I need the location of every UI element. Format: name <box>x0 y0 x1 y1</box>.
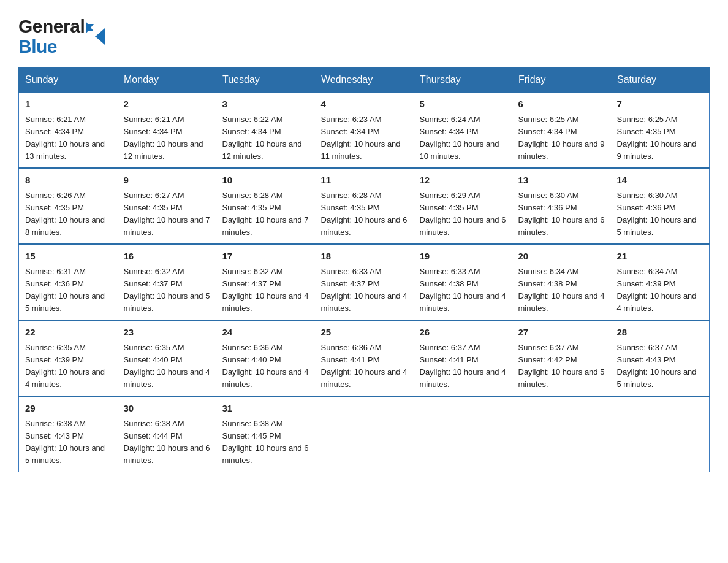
day-number: 27 <box>518 326 605 340</box>
calendar-cell: 20Sunrise: 6:34 AMSunset: 4:38 PMDayligh… <box>512 244 611 320</box>
calendar-cell: 4Sunrise: 6:23 AMSunset: 4:34 PMDaylight… <box>315 92 414 168</box>
calendar-cell: 25Sunrise: 6:36 AMSunset: 4:41 PMDayligh… <box>315 320 414 396</box>
header-friday: Friday <box>512 68 611 93</box>
calendar-cell: 27Sunrise: 6:37 AMSunset: 4:42 PMDayligh… <box>512 320 611 396</box>
day-number: 15 <box>25 250 112 264</box>
header-tuesday: Tuesday <box>216 68 315 93</box>
calendar-cell: 16Sunrise: 6:32 AMSunset: 4:37 PMDayligh… <box>118 244 216 320</box>
calendar-cell: 15Sunrise: 6:31 AMSunset: 4:36 PMDayligh… <box>19 244 118 320</box>
calendar-header-row: SundayMondayTuesdayWednesdayThursdayFrid… <box>19 68 710 93</box>
day-number: 1 <box>25 98 112 112</box>
calendar-cell <box>611 396 710 472</box>
logo: General Blue <box>18 12 105 56</box>
header-saturday: Saturday <box>611 68 710 93</box>
day-info: Sunrise: 6:38 AMSunset: 4:43 PMDaylight:… <box>25 418 112 467</box>
calendar-cell: 23Sunrise: 6:35 AMSunset: 4:40 PMDayligh… <box>118 320 216 396</box>
day-info: Sunrise: 6:26 AMSunset: 4:35 PMDaylight:… <box>25 190 112 239</box>
day-info: Sunrise: 6:34 AMSunset: 4:38 PMDaylight:… <box>518 266 605 315</box>
day-info: Sunrise: 6:28 AMSunset: 4:35 PMDaylight:… <box>222 190 309 239</box>
calendar-cell: 5Sunrise: 6:24 AMSunset: 4:34 PMDaylight… <box>414 92 512 168</box>
day-number: 20 <box>518 250 605 264</box>
day-info: Sunrise: 6:37 AMSunset: 4:41 PMDaylight:… <box>420 342 506 391</box>
calendar-cell: 13Sunrise: 6:30 AMSunset: 4:36 PMDayligh… <box>512 168 611 244</box>
calendar-cell: 8Sunrise: 6:26 AMSunset: 4:35 PMDaylight… <box>19 168 118 244</box>
calendar-cell: 24Sunrise: 6:36 AMSunset: 4:40 PMDayligh… <box>216 320 315 396</box>
day-info: Sunrise: 6:21 AMSunset: 4:34 PMDaylight:… <box>25 113 112 163</box>
day-info: Sunrise: 6:38 AMSunset: 4:45 PMDaylight:… <box>222 418 309 467</box>
day-number: 21 <box>617 250 703 264</box>
day-number: 31 <box>222 402 309 416</box>
day-info: Sunrise: 6:25 AMSunset: 4:35 PMDaylight:… <box>617 113 703 163</box>
day-number: 12 <box>420 174 506 188</box>
day-number: 29 <box>25 402 112 416</box>
day-number: 13 <box>518 174 605 188</box>
day-info: Sunrise: 6:22 AMSunset: 4:34 PMDaylight:… <box>222 113 309 163</box>
day-number: 8 <box>25 174 112 188</box>
day-info: Sunrise: 6:36 AMSunset: 4:41 PMDaylight:… <box>321 342 408 391</box>
day-number: 3 <box>222 98 309 112</box>
day-number: 7 <box>617 98 703 112</box>
day-number: 25 <box>321 326 408 340</box>
day-number: 24 <box>222 326 309 340</box>
day-info: Sunrise: 6:33 AMSunset: 4:37 PMDaylight:… <box>321 266 408 315</box>
day-info: Sunrise: 6:23 AMSunset: 4:34 PMDaylight:… <box>321 113 408 163</box>
day-info: Sunrise: 6:35 AMSunset: 4:39 PMDaylight:… <box>25 342 112 391</box>
calendar-cell: 7Sunrise: 6:25 AMSunset: 4:35 PMDaylight… <box>611 92 710 168</box>
day-info: Sunrise: 6:29 AMSunset: 4:35 PMDaylight:… <box>420 190 506 239</box>
day-number: 18 <box>321 250 408 264</box>
calendar-cell: 1Sunrise: 6:21 AMSunset: 4:34 PMDaylight… <box>19 92 118 168</box>
day-info: Sunrise: 6:38 AMSunset: 4:44 PMDaylight:… <box>124 418 210 467</box>
day-info: Sunrise: 6:31 AMSunset: 4:36 PMDaylight:… <box>25 266 112 315</box>
calendar-cell: 22Sunrise: 6:35 AMSunset: 4:39 PMDayligh… <box>19 320 118 396</box>
day-info: Sunrise: 6:32 AMSunset: 4:37 PMDaylight:… <box>124 266 210 315</box>
day-info: Sunrise: 6:35 AMSunset: 4:40 PMDaylight:… <box>124 342 210 391</box>
day-number: 22 <box>25 326 112 340</box>
day-info: Sunrise: 6:21 AMSunset: 4:34 PMDaylight:… <box>124 113 210 163</box>
calendar-cell <box>512 396 611 472</box>
calendar-cell: 3Sunrise: 6:22 AMSunset: 4:34 PMDaylight… <box>216 92 315 168</box>
calendar-cell <box>315 396 414 472</box>
day-number: 14 <box>617 174 703 188</box>
calendar-cell: 12Sunrise: 6:29 AMSunset: 4:35 PMDayligh… <box>414 168 512 244</box>
header-sunday: Sunday <box>19 68 118 93</box>
day-info: Sunrise: 6:27 AMSunset: 4:35 PMDaylight:… <box>124 190 210 239</box>
day-info: Sunrise: 6:34 AMSunset: 4:39 PMDaylight:… <box>617 266 703 315</box>
calendar-week-row: 29Sunrise: 6:38 AMSunset: 4:43 PMDayligh… <box>19 396 710 472</box>
calendar-cell: 26Sunrise: 6:37 AMSunset: 4:41 PMDayligh… <box>414 320 512 396</box>
calendar-table: SundayMondayTuesdayWednesdayThursdayFrid… <box>18 67 710 472</box>
day-info: Sunrise: 6:30 AMSunset: 4:36 PMDaylight:… <box>617 190 703 239</box>
day-number: 16 <box>124 250 210 264</box>
day-info: Sunrise: 6:37 AMSunset: 4:42 PMDaylight:… <box>518 342 605 391</box>
day-number: 23 <box>124 326 210 340</box>
calendar-cell: 21Sunrise: 6:34 AMSunset: 4:39 PMDayligh… <box>611 244 710 320</box>
day-number: 9 <box>124 174 210 188</box>
calendar-cell <box>414 396 512 472</box>
calendar-cell: 9Sunrise: 6:27 AMSunset: 4:35 PMDaylight… <box>118 168 216 244</box>
calendar-cell: 29Sunrise: 6:38 AMSunset: 4:43 PMDayligh… <box>19 396 118 472</box>
day-info: Sunrise: 6:37 AMSunset: 4:43 PMDaylight:… <box>617 342 703 391</box>
calendar-week-row: 8Sunrise: 6:26 AMSunset: 4:35 PMDaylight… <box>19 168 710 244</box>
day-number: 19 <box>420 250 506 264</box>
day-number: 11 <box>321 174 408 188</box>
calendar-cell: 2Sunrise: 6:21 AMSunset: 4:34 PMDaylight… <box>118 92 216 168</box>
calendar-cell: 18Sunrise: 6:33 AMSunset: 4:37 PMDayligh… <box>315 244 414 320</box>
calendar-cell: 31Sunrise: 6:38 AMSunset: 4:45 PMDayligh… <box>216 396 315 472</box>
logo-blue: Blue <box>18 36 94 56</box>
calendar-cell: 14Sunrise: 6:30 AMSunset: 4:36 PMDayligh… <box>611 168 710 244</box>
day-number: 10 <box>222 174 309 188</box>
calendar-cell: 17Sunrise: 6:32 AMSunset: 4:37 PMDayligh… <box>216 244 315 320</box>
day-number: 28 <box>617 326 703 340</box>
calendar-week-row: 15Sunrise: 6:31 AMSunset: 4:36 PMDayligh… <box>19 244 710 320</box>
day-info: Sunrise: 6:32 AMSunset: 4:37 PMDaylight:… <box>222 266 309 315</box>
calendar-week-row: 22Sunrise: 6:35 AMSunset: 4:39 PMDayligh… <box>19 320 710 396</box>
day-info: Sunrise: 6:30 AMSunset: 4:36 PMDaylight:… <box>518 190 605 239</box>
calendar-cell: 11Sunrise: 6:28 AMSunset: 4:35 PMDayligh… <box>315 168 414 244</box>
header-wednesday: Wednesday <box>315 68 414 93</box>
day-info: Sunrise: 6:28 AMSunset: 4:35 PMDaylight:… <box>321 190 408 239</box>
calendar-cell: 28Sunrise: 6:37 AMSunset: 4:43 PMDayligh… <box>611 320 710 396</box>
header-monday: Monday <box>118 68 216 93</box>
page-header: General Blue <box>18 12 710 56</box>
day-number: 4 <box>321 98 408 112</box>
day-info: Sunrise: 6:36 AMSunset: 4:40 PMDaylight:… <box>222 342 309 391</box>
calendar-week-row: 1Sunrise: 6:21 AMSunset: 4:34 PMDaylight… <box>19 92 710 168</box>
